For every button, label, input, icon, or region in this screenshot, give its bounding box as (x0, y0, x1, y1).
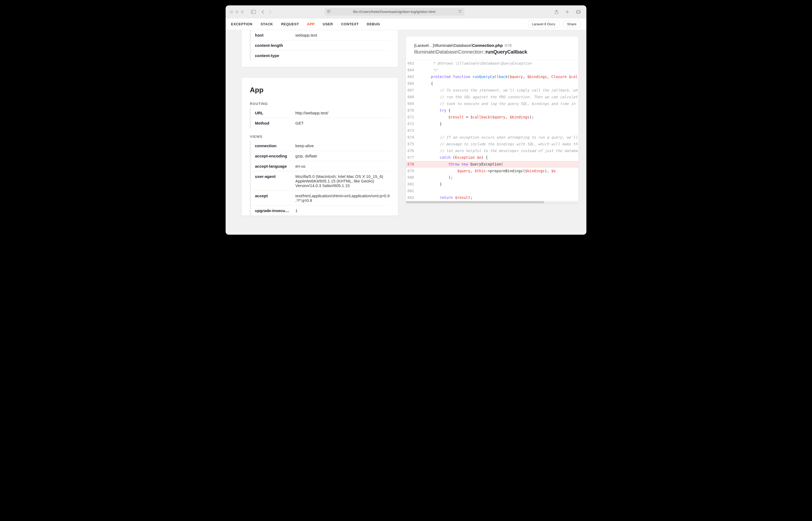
line-code: } (417, 120, 578, 127)
app-card: App ROUTING URLhttp://webapp.test/Method… (242, 78, 398, 216)
code-line: 681 } (406, 181, 578, 187)
code-line: 678 throw new QueryException( (406, 161, 578, 168)
line-number: 666 (406, 80, 417, 87)
kv-row: accepttext/html,application/xhtml+xml,ap… (251, 191, 390, 206)
line-number: 664 (406, 67, 417, 73)
kv-row: user-agentMozilla/5.0 (Macintosh; Intel … (251, 172, 390, 191)
share-button[interactable]: Share (563, 20, 581, 28)
file-path: {Laravel…}\Illuminate\Database\Connectio… (414, 43, 570, 48)
sidebar-toggle-icon[interactable] (249, 9, 257, 15)
share-icon[interactable] (553, 8, 560, 15)
views-label: VIEWS (242, 129, 398, 141)
back-icon[interactable] (260, 9, 266, 15)
code-line: 682 (406, 187, 578, 194)
kv-row: hostwebapp.test (251, 30, 390, 40)
kv-row: content-length (251, 40, 390, 51)
line-number: 668 (406, 94, 417, 100)
code-line: 663 * @throws \Illuminate\Database\Query… (406, 60, 578, 67)
tabs-overview-icon[interactable] (574, 8, 582, 15)
code-line: 668 // run the SQL against the PDO conne… (406, 94, 578, 100)
kv-value: text/html,application/xhtml+xml,applicat… (295, 194, 390, 203)
kv-value: 1 (295, 208, 390, 213)
line-code: { (417, 80, 578, 87)
kv-value: Mozilla/5.0 (Macintosh; Intel Mac OS X 1… (295, 174, 390, 188)
line-number: 670 (406, 107, 417, 114)
line-number: 682 (406, 187, 417, 194)
line-code: */ (417, 67, 578, 73)
browser-window: file:///Users/freek/Downloads/ignition-t… (226, 5, 586, 235)
nav-tabs: EXCEPTIONSTACKREQUESTAPPUSERCONTEXTDEBUG (231, 22, 380, 26)
kv-key: accept (255, 194, 295, 203)
kv-row: upgrade-insecu…1 (251, 206, 390, 216)
tab-exception[interactable]: EXCEPTION (231, 22, 253, 26)
line-code: throw new QueryException( (417, 161, 578, 168)
headers-card-fragment: hostwebapp.testcontent-lengthcontent-typ… (242, 30, 398, 67)
code-line: 669 // took to execute and log the query… (406, 100, 578, 107)
minimize-dot[interactable] (235, 10, 239, 14)
url-bar[interactable]: file:///Users/freek/Downloads/ignition-t… (324, 8, 464, 16)
code-line: 671 $result = $callback($query, $binding… (406, 114, 578, 120)
line-number: 683 (406, 194, 417, 201)
line-number: 676 (406, 148, 417, 154)
tab-debug[interactable]: DEBUG (367, 22, 380, 26)
reload-icon[interactable] (458, 10, 462, 14)
line-code (417, 127, 578, 134)
code-body[interactable]: 663 * @throws \Illuminate\Database\Query… (406, 60, 578, 201)
code-line: 676 // lot more helpful to the developer… (406, 148, 578, 154)
line-number: 681 (406, 181, 417, 187)
code-line: 666 { (406, 80, 578, 87)
svg-rect-0 (251, 10, 256, 14)
new-tab-icon[interactable] (564, 8, 571, 15)
zoom-dot[interactable] (241, 10, 244, 14)
line-code: // If an exception occurs when attemptin… (417, 134, 578, 141)
tab-context[interactable]: CONTEXT (341, 22, 359, 26)
tab-stack[interactable]: STACK (261, 22, 273, 26)
kv-value: webapp.test (295, 33, 390, 38)
kv-key: Method (255, 121, 295, 126)
line-number: 674 (406, 134, 417, 141)
kv-key: content-type (255, 53, 295, 58)
code-line: 675 // message to include the bindings w… (406, 141, 578, 148)
kv-row: connectionkeep-alive (251, 141, 390, 151)
forward-icon[interactable] (267, 9, 273, 15)
app-navbar: EXCEPTIONSTACKREQUESTAPPUSERCONTEXTDEBUG… (226, 18, 586, 30)
kv-value (295, 43, 390, 48)
line-number: 671 (406, 114, 417, 120)
line-code: ); (417, 174, 578, 181)
code-line: 667 // To execute the statement, we'll s… (406, 87, 578, 94)
separator: :: (483, 49, 485, 54)
line-number: 663 (406, 60, 417, 67)
line-code: // To execute the statement, we'll simpl… (417, 87, 578, 94)
kv-key: accept-language (255, 164, 295, 168)
line-code: // message to include the bindings with … (417, 141, 578, 148)
code-line: 670 try { (406, 107, 578, 114)
reader-icon[interactable] (327, 10, 330, 14)
code-header: {Laravel…}\Illuminate\Database\Connectio… (406, 37, 578, 60)
line-code: // lot more helpful to the developer ins… (417, 148, 578, 154)
code-line: 677 catch (Exception $e) { (406, 154, 578, 161)
kv-value: gzip, deflate (295, 154, 390, 158)
tab-user[interactable]: USER (323, 22, 333, 26)
line-number: 679 (406, 168, 417, 174)
line-code: catch (Exception $e) { (417, 154, 578, 161)
tab-request[interactable]: REQUEST (281, 22, 299, 26)
code-line: 680 ); (406, 174, 578, 181)
line-number: 667 (406, 87, 417, 94)
code-scrollbar[interactable] (406, 201, 578, 203)
kv-key: user-agent (255, 174, 295, 188)
kv-key: accept-encoding (255, 154, 295, 158)
line-number: 677 (406, 154, 417, 161)
line-code: * @throws \Illuminate\Database\QueryExce… (417, 60, 578, 67)
kv-key: connection (255, 143, 295, 148)
code-line: 674 // If an exception occurs when attem… (406, 134, 578, 141)
code-line: 673 (406, 127, 578, 134)
line-code: $result = $callback($query, $bindings); (417, 114, 578, 120)
tab-app[interactable]: APP (307, 22, 314, 26)
close-dot[interactable] (230, 10, 233, 14)
kv-value: http://webapp.test/ (295, 111, 390, 115)
kv-key: URL (255, 111, 295, 115)
code-line: 683 return $result; (406, 194, 578, 201)
code-line: 679 $query, $this->prepareBindings($bind… (406, 168, 578, 174)
content-area: hostwebapp.testcontent-lengthcontent-typ… (226, 30, 586, 235)
docs-button[interactable]: Laravel 8 Docs (527, 20, 560, 28)
